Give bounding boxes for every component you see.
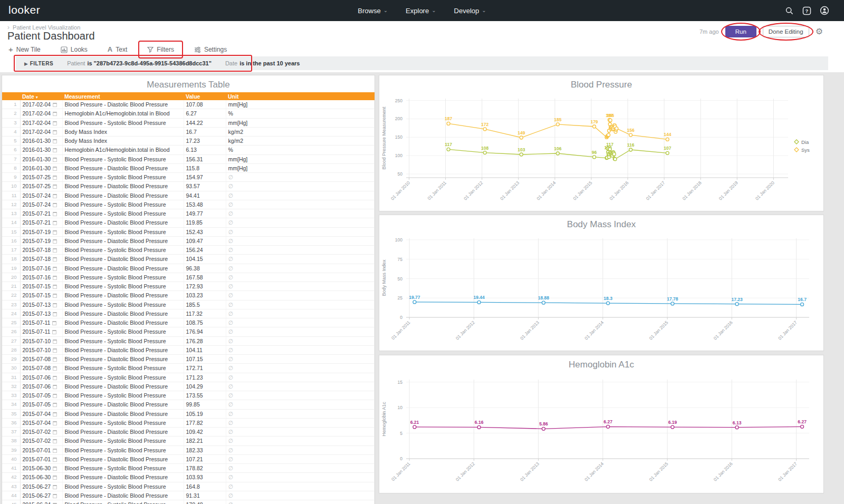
date-cell[interactable]: 2015-07-25 bbox=[20, 173, 62, 182]
nav-menu-browse[interactable]: Browse ⌄ bbox=[358, 7, 388, 15]
date-cell[interactable]: 2015-06-30 bbox=[20, 473, 62, 482]
looks-button[interactable]: Looks bbox=[55, 44, 93, 55]
value-cell[interactable]: 6.13 bbox=[184, 146, 226, 154]
value-cell[interactable]: 17.23 bbox=[184, 137, 226, 146]
measurement-cell[interactable]: Blood Pressure - Diastolic Blood Pressur… bbox=[62, 182, 184, 191]
measurement-cell[interactable]: Blood Pressure - Systolic Blood Pressure bbox=[62, 300, 184, 309]
value-cell[interactable]: 178.82 bbox=[184, 464, 226, 473]
measurement-cell[interactable]: Blood Pressure - Systolic Blood Pressure bbox=[62, 327, 184, 336]
date-cell[interactable]: 2017-02-04 bbox=[20, 127, 62, 136]
measurement-cell[interactable]: Blood Pressure - Diastolic Blood Pressur… bbox=[62, 355, 184, 364]
measurement-cell[interactable]: Blood Pressure - Diastolic Blood Pressur… bbox=[62, 236, 184, 245]
data-point[interactable] bbox=[607, 302, 610, 305]
data-point[interactable] bbox=[607, 425, 610, 428]
data-point[interactable] bbox=[542, 301, 545, 304]
data-point[interactable] bbox=[608, 148, 611, 151]
date-cell[interactable]: 2015-07-13 bbox=[20, 309, 62, 318]
blood-pressure-chart[interactable]: 01 Jan 201001 Jan 201101 Jan 201201 Jan … bbox=[380, 92, 823, 210]
data-point[interactable] bbox=[801, 425, 804, 428]
measurement-cell[interactable]: Blood Pressure - Systolic Blood Pressure bbox=[62, 173, 184, 182]
date-cell[interactable]: 2016-01-30 bbox=[20, 146, 62, 154]
measurement-cell[interactable]: Blood Pressure - Systolic Blood Pressure bbox=[62, 437, 184, 445]
data-point[interactable] bbox=[413, 301, 416, 304]
date-cell[interactable]: 2016-01-30 bbox=[20, 137, 62, 146]
data-point[interactable] bbox=[609, 119, 612, 122]
measurement-cell[interactable]: Blood Pressure - Systolic Blood Pressure bbox=[62, 154, 184, 163]
filter-patient[interactable]: Patientis "287b4723-9c8d-495a-9915-54386… bbox=[67, 60, 212, 66]
body-mass-index-chart[interactable]: 01 Jan 201101 Jan 201201 Jan 201301 Jan … bbox=[380, 232, 823, 350]
value-cell[interactable]: 115.8 bbox=[184, 163, 226, 172]
value-cell[interactable]: 109.47 bbox=[184, 236, 226, 245]
data-point[interactable] bbox=[666, 138, 669, 141]
measurement-cell[interactable]: Blood Pressure - Systolic Blood Pressure bbox=[62, 246, 184, 255]
nav-menu-develop[interactable]: Develop ⌄ bbox=[454, 7, 486, 15]
value-cell[interactable]: 117.32 bbox=[184, 309, 226, 318]
date-cell[interactable]: 2015-07-18 bbox=[20, 255, 62, 264]
measurement-cell[interactable]: Blood Pressure - Diastolic Blood Pressur… bbox=[62, 255, 184, 264]
search-icon[interactable] bbox=[785, 6, 794, 15]
settings-button[interactable]: Settings bbox=[189, 44, 232, 55]
date-cell[interactable]: 2017-02-04 bbox=[20, 100, 62, 109]
data-point[interactable] bbox=[477, 301, 481, 304]
date-cell[interactable]: 2015-07-13 bbox=[20, 300, 62, 309]
value-cell[interactable]: 177.82 bbox=[184, 418, 226, 427]
measurement-cell[interactable]: Blood Pressure - Diastolic Blood Pressur… bbox=[62, 473, 184, 482]
run-button[interactable]: Run bbox=[725, 26, 756, 37]
value-cell[interactable]: 107.21 bbox=[184, 454, 226, 463]
measurement-cell[interactable]: Blood Pressure - Diastolic Blood Pressur… bbox=[62, 100, 184, 109]
measurement-cell[interactable]: Blood Pressure - Systolic Blood Pressure bbox=[62, 118, 184, 127]
value-cell[interactable]: 107.08 bbox=[184, 100, 226, 109]
date-cell[interactable]: 2015-06-27 bbox=[20, 482, 62, 491]
help-icon[interactable]: ? bbox=[802, 6, 811, 15]
measurement-cell[interactable]: Blood Pressure - Diastolic Blood Pressur… bbox=[62, 218, 184, 227]
data-point[interactable] bbox=[735, 426, 738, 429]
measurement-cell[interactable]: Blood Pressure - Systolic Blood Pressure bbox=[62, 273, 184, 282]
date-cell[interactable]: 2015-07-11 bbox=[20, 327, 62, 336]
value-cell[interactable]: 172.93 bbox=[184, 282, 226, 291]
gear-icon[interactable]: ⚙ bbox=[816, 27, 823, 36]
value-cell[interactable]: 99.85 bbox=[184, 400, 226, 409]
date-cell[interactable]: 2016-01-30 bbox=[20, 154, 62, 163]
data-point[interactable] bbox=[666, 151, 669, 154]
value-cell[interactable]: 152.43 bbox=[184, 227, 226, 236]
value-cell[interactable]: 91.31 bbox=[184, 491, 226, 500]
account-icon[interactable] bbox=[820, 6, 829, 15]
value-cell[interactable]: 108.75 bbox=[184, 318, 226, 327]
value-cell[interactable]: 119.85 bbox=[184, 218, 226, 227]
date-cell[interactable]: 2015-07-01 bbox=[20, 445, 62, 454]
column-header-value[interactable]: Value bbox=[184, 92, 226, 100]
value-cell[interactable]: 167.58 bbox=[184, 273, 226, 282]
date-cell[interactable]: 2015-07-16 bbox=[20, 264, 62, 273]
value-cell[interactable]: 171.23 bbox=[184, 373, 226, 382]
date-cell[interactable]: 2015-07-11 bbox=[20, 318, 62, 327]
value-cell[interactable]: 103.93 bbox=[184, 473, 226, 482]
data-point[interactable] bbox=[612, 152, 616, 156]
measurement-cell[interactable]: Body Mass Index bbox=[62, 137, 184, 146]
value-cell[interactable]: 182.33 bbox=[184, 445, 226, 454]
data-point[interactable] bbox=[735, 303, 738, 306]
date-cell[interactable]: 2015-07-19 bbox=[20, 227, 62, 236]
value-cell[interactable]: 149.77 bbox=[184, 209, 226, 218]
date-cell[interactable]: 2015-06-24 bbox=[20, 500, 62, 504]
done-editing-button[interactable]: Done Editing bbox=[763, 26, 809, 37]
value-cell[interactable]: 173.55 bbox=[184, 391, 226, 400]
filter-bar[interactable]: ▶ FILTERS Patientis "287b4723-9c8d-495a-… bbox=[16, 56, 828, 70]
date-cell[interactable]: 2015-07-04 bbox=[20, 418, 62, 427]
date-cell[interactable]: 2015-07-21 bbox=[20, 209, 62, 218]
measurement-cell[interactable]: Blood Pressure - Diastolic Blood Pressur… bbox=[62, 409, 184, 418]
data-point[interactable] bbox=[483, 128, 486, 131]
value-cell[interactable]: 153.48 bbox=[184, 200, 226, 209]
value-cell[interactable]: 104.29 bbox=[184, 382, 226, 391]
column-header-measurement[interactable]: Measurement bbox=[62, 92, 184, 100]
value-cell[interactable]: 105.19 bbox=[184, 409, 226, 418]
measurement-cell[interactable]: Blood Pressure - Systolic Blood Pressure bbox=[62, 500, 184, 504]
data-point[interactable] bbox=[477, 425, 481, 429]
value-cell[interactable]: 185.5 bbox=[184, 300, 226, 309]
measurement-cell[interactable]: Blood Pressure - Diastolic Blood Pressur… bbox=[62, 382, 184, 391]
data-point[interactable] bbox=[593, 156, 596, 159]
date-cell[interactable]: 2015-07-01 bbox=[20, 454, 62, 463]
date-cell[interactable]: 2015-07-18 bbox=[20, 246, 62, 255]
data-point[interactable] bbox=[447, 122, 450, 125]
data-point[interactable] bbox=[483, 151, 486, 154]
date-cell[interactable]: 2016-01-30 bbox=[20, 163, 62, 172]
